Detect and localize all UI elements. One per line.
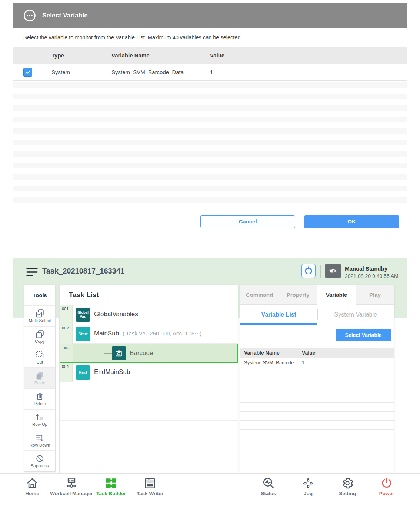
paste-button[interactable]: Paste	[24, 368, 55, 388]
tool-label: Delete	[34, 401, 46, 406]
subtab-divider	[317, 309, 318, 320]
nav-label: Power	[359, 491, 414, 496]
task-row-label: MainSub( Task Vel. 250.000, Acc. 1.0⋯ )	[94, 324, 201, 343]
cell-value: 1	[210, 69, 213, 75]
badge-label: Start	[78, 332, 87, 336]
suppress-button[interactable]: Suppress	[24, 451, 55, 471]
row-number: 002	[60, 324, 73, 344]
column-value: Value	[210, 52, 224, 59]
tool-label: Paste	[34, 381, 45, 385]
task-builder-icon	[104, 477, 118, 490]
row-number: 001	[60, 305, 73, 324]
task-list-panel: Task List 001 Global Var. GlobalVariable…	[59, 285, 238, 473]
dialog-ellipsis-icon	[23, 9, 36, 22]
subtab-variable-list[interactable]: Variable List	[240, 305, 317, 325]
tab-property[interactable]: Property	[279, 285, 317, 305]
badge-label: Global Var.	[77, 311, 89, 319]
bottom-navigation: Home Workcell Manager Task Builder	[0, 473, 420, 517]
copy-icon	[35, 329, 44, 339]
camera-badge	[112, 346, 126, 360]
ok-button[interactable]: OK	[304, 215, 399, 228]
workcell-manager-icon	[65, 477, 78, 490]
tab-variable[interactable]: Variable	[317, 285, 356, 305]
delete-button[interactable]: Delete	[24, 389, 55, 409]
row-number: 003	[60, 344, 73, 362]
tool-label: Copy	[35, 339, 45, 344]
multi-select-button[interactable]: Multi-Select	[24, 306, 55, 326]
empty-variable-list-rows	[240, 367, 394, 474]
manual-hand-icon	[327, 266, 339, 276]
task-row-barcode-selected[interactable]: 003 Barcode	[60, 344, 238, 363]
status-timestamp: 2021.08.20 9:40:55 AM	[345, 273, 399, 279]
column-type: Type	[51, 52, 64, 59]
task-row-label: EndMainSub	[94, 363, 130, 381]
task-row-global-variables[interactable]: 001 Global Var. GlobalVariables	[60, 305, 238, 324]
dialog-title: Select Variable	[42, 12, 88, 19]
cut-icon	[35, 350, 44, 359]
tool-label: Suppress	[31, 464, 49, 468]
status-icon	[262, 477, 275, 490]
tool-label: Cut	[37, 360, 43, 364]
task-row-mainsub[interactable]: 002 Start MainSub( Task Vel. 250.000, Ac…	[60, 324, 238, 344]
panel-tabs: Command Property Variable Play	[240, 285, 394, 305]
task-title: Task_20210817_163341	[42, 267, 124, 275]
gripper-icon	[304, 266, 313, 276]
tool-label: Row Up	[32, 422, 47, 427]
variable-table-header: Type Variable Name Value	[13, 47, 407, 64]
row-down-button[interactable]: Row Down	[24, 430, 55, 450]
row-checkbox-checked[interactable]	[23, 68, 32, 77]
select-variable-dialog-header: Select Variable	[13, 3, 407, 28]
cell-value: 1	[302, 360, 304, 365]
variable-list-row[interactable]: System_SVM_Barcode_... 1	[240, 358, 394, 367]
delete-icon	[35, 392, 44, 401]
row-up-button[interactable]: Row Up	[24, 410, 55, 430]
subtab-system-variable[interactable]: System Variable	[317, 305, 394, 325]
global-var-badge: Global Var.	[76, 308, 90, 322]
row-down-icon	[35, 433, 44, 443]
cancel-button[interactable]: Cancel	[200, 215, 295, 228]
robot-status: Manual Standby	[345, 265, 387, 272]
command-property-panel: Command Property Variable Play Variable …	[240, 285, 394, 473]
column-variable-name: Variable Name	[244, 350, 280, 356]
task-writer-icon	[143, 477, 157, 490]
suppress-icon	[35, 454, 44, 463]
task-list-title: Task List	[60, 285, 238, 305]
row-number: 004	[60, 363, 73, 382]
paste-icon	[35, 371, 44, 380]
check-icon	[25, 69, 31, 75]
tab-play[interactable]: Play	[356, 285, 394, 305]
column-value: Value	[302, 350, 316, 356]
task-row-endmainsub[interactable]: 004 End EndMainSub	[60, 363, 238, 382]
nav-power[interactable]: Power	[359, 477, 414, 496]
hamburger-icon	[26, 266, 38, 278]
dialog-instruction: Select the variable to monitor from the …	[23, 34, 242, 40]
jog-icon	[301, 477, 315, 490]
variable-subtabs: Variable List System Variable	[240, 305, 394, 325]
cell-variable-name: System_SVM_Barcode_...	[244, 360, 300, 365]
manual-mode-badge[interactable]	[325, 264, 341, 278]
row-up-icon	[35, 412, 44, 422]
empty-variable-rows	[13, 82, 407, 205]
nav-task-writer[interactable]: Task Writer	[122, 477, 178, 496]
end-badge: End	[76, 365, 90, 380]
cut-button[interactable]: Cut	[24, 347, 55, 367]
gripper-button[interactable]	[301, 264, 316, 278]
tool-label: Row Down	[30, 443, 50, 447]
camera-icon	[114, 348, 124, 358]
empty-task-rows	[60, 382, 238, 474]
variable-list-header: Variable Name Value	[240, 348, 394, 358]
tab-command[interactable]: Command	[240, 285, 279, 305]
select-variable-button[interactable]: Select Variable	[336, 329, 391, 341]
cell-type: System	[51, 69, 70, 75]
teach-pendant-screen: Select Variable Select the variable to m…	[0, 0, 420, 517]
task-row-label: Barcode	[130, 344, 153, 362]
tools-panel-title: Tools	[24, 285, 55, 305]
copy-button[interactable]: Copy	[24, 327, 55, 347]
variable-table-row[interactable]: System System_SVM_Barcode_Data 1	[13, 64, 407, 81]
tools-panel: Tools Multi-Select Copy Cut	[24, 285, 56, 472]
menu-button[interactable]	[26, 266, 38, 278]
start-badge: Start	[76, 327, 90, 341]
tree-connector-horizontal	[104, 353, 112, 354]
power-icon	[380, 477, 393, 490]
multi-select-icon	[35, 309, 44, 318]
